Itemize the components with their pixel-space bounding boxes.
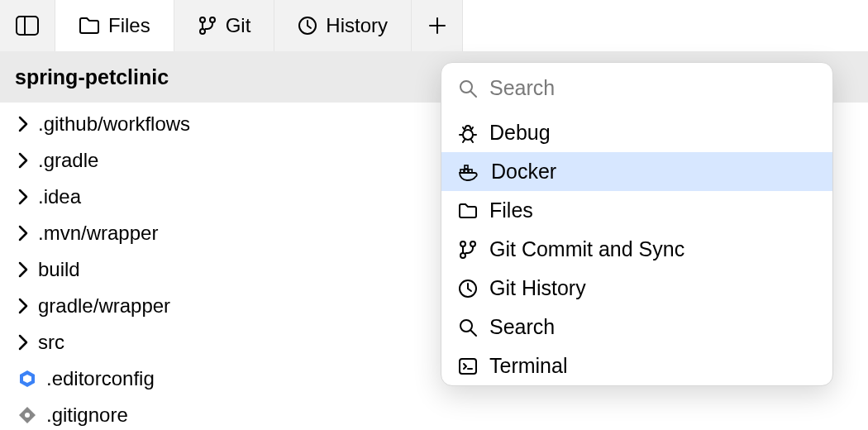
popup-search-row <box>441 63 832 113</box>
project-name-label: spring-petclinic <box>15 65 169 89</box>
popup-item-label: Debug <box>489 121 551 145</box>
chevron-right-icon <box>18 225 28 241</box>
clock-icon <box>458 279 478 299</box>
panel-icon <box>16 16 39 36</box>
tree-row-label: .editorconfig <box>46 367 155 390</box>
svg-point-18 <box>460 253 465 258</box>
tab-bar: Files Git History <box>0 0 868 51</box>
tree-row[interactable]: .gitignore <box>0 397 868 430</box>
popup-item-label: Docker <box>491 160 556 184</box>
tree-row-label: .gitignore <box>46 404 128 427</box>
search-icon <box>458 79 478 98</box>
search-icon <box>458 318 478 337</box>
popup-item-git-history[interactable]: Git History <box>441 269 832 308</box>
svg-point-3 <box>210 17 215 22</box>
editorconfig-icon <box>18 370 36 388</box>
popup-item-docker[interactable]: Docker <box>441 152 832 191</box>
bug-icon <box>458 123 478 143</box>
tree-row-label: .idea <box>38 185 81 208</box>
tab-history[interactable]: History <box>274 0 412 51</box>
tab-label: History <box>326 14 388 37</box>
svg-point-17 <box>470 241 475 246</box>
chevron-right-icon <box>18 334 28 351</box>
svg-point-4 <box>200 29 205 34</box>
popup-item-git-commit-sync[interactable]: Git Commit and Sync <box>441 230 832 269</box>
add-tab-button[interactable] <box>412 0 463 51</box>
popup-item-label: Git History <box>489 276 586 300</box>
panel-toggle-button[interactable] <box>0 0 55 51</box>
tree-row-label: build <box>38 258 80 281</box>
tree-row-label: .gradle <box>38 149 98 172</box>
popup-search-input[interactable] <box>489 76 816 100</box>
tree-row-label: .mvn/wrapper <box>38 222 158 245</box>
chevron-right-icon <box>18 189 28 205</box>
tab-label: Files <box>108 14 150 37</box>
chevron-right-icon <box>18 152 28 169</box>
tab-files[interactable]: Files <box>55 0 174 51</box>
popup-item-label: Terminal <box>489 354 567 378</box>
gitignore-icon <box>18 406 36 424</box>
tree-row-label: .github/workflows <box>38 112 190 136</box>
tab-git[interactable]: Git <box>174 0 275 51</box>
svg-point-16 <box>460 241 465 246</box>
svg-line-21 <box>470 330 476 336</box>
tab-label: Git <box>226 14 251 37</box>
popup-item-debug[interactable]: Debug <box>441 113 832 152</box>
popup-item-label: Git Commit and Sync <box>489 237 684 261</box>
popup-item-search[interactable]: Search <box>441 308 832 346</box>
chevron-right-icon <box>18 298 28 314</box>
clock-icon <box>298 16 317 36</box>
docker-icon <box>458 163 479 181</box>
git-branch-icon <box>198 16 217 36</box>
svg-line-10 <box>470 91 476 97</box>
svg-point-2 <box>200 17 205 22</box>
svg-rect-0 <box>17 17 38 35</box>
terminal-icon <box>458 357 478 375</box>
popup-item-label: Files <box>489 198 533 222</box>
git-branch-icon <box>458 240 478 260</box>
popup-item-label: Search <box>489 315 555 339</box>
plus-icon <box>428 17 446 35</box>
chevron-right-icon <box>18 261 28 278</box>
svg-point-8 <box>25 413 30 418</box>
svg-rect-22 <box>460 359 476 374</box>
popup-list: Debug Docker Files Git Commit and Sync G… <box>441 113 832 385</box>
folder-icon <box>458 203 478 219</box>
tree-row-label: gradle/wrapper <box>38 294 170 318</box>
tree-row-label: src <box>38 331 64 354</box>
toolbar-rest <box>463 0 868 51</box>
popup-item-files[interactable]: Files <box>441 191 832 230</box>
add-tool-popup: Debug Docker Files Git Commit and Sync G… <box>441 62 833 386</box>
folder-icon <box>79 17 100 35</box>
svg-point-11 <box>463 130 473 140</box>
chevron-right-icon <box>18 116 28 132</box>
svg-rect-15 <box>465 165 468 169</box>
popup-item-terminal[interactable]: Terminal <box>441 346 832 385</box>
